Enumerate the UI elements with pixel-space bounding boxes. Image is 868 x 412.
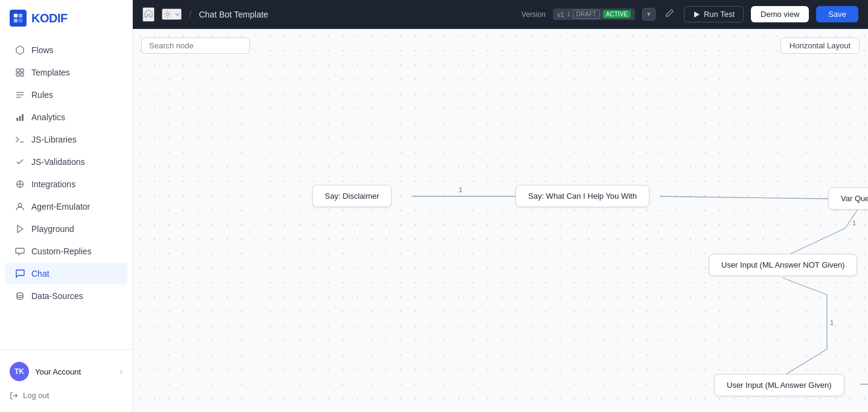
- svg-point-22: [166, 13, 169, 16]
- sidebar-item-flows-label: Flows: [31, 45, 54, 55]
- version-dropdown-button[interactable]: ▾: [642, 8, 656, 21]
- sidebar-item-chat[interactable]: Chat: [5, 263, 127, 285]
- search-node-input[interactable]: [141, 37, 250, 54]
- sidebar-item-templates-label: Templates: [31, 68, 70, 77]
- run-test-button[interactable]: Run Test: [684, 6, 744, 22]
- account-name: Your Account: [35, 367, 114, 376]
- logo[interactable]: KODIF: [0, 0, 132, 34]
- svg-rect-13: [22, 114, 24, 121]
- sidebar-item-custom-replies-label: Custom-Replies: [31, 246, 92, 256]
- svg-rect-1: [19, 14, 22, 18]
- topbar-title: Chat Bot Template: [199, 10, 268, 19]
- sidebar: KODIF Flows Templates: [0, 0, 133, 412]
- logo-text: KODIF: [31, 11, 68, 25]
- sidebar-item-analytics[interactable]: Analytics: [5, 106, 127, 128]
- svg-line-27: [845, 210, 857, 228]
- rules-icon: [14, 89, 25, 100]
- node-say-disclaimer[interactable]: Say: Disclaimer: [312, 185, 392, 207]
- svg-marker-23: [694, 11, 700, 18]
- js-validations-icon: [14, 156, 25, 167]
- logout-row[interactable]: Log out: [5, 386, 127, 405]
- avatar: TK: [10, 362, 29, 381]
- gear-icon: [163, 10, 172, 19]
- account-info: Your Account: [35, 367, 114, 376]
- sidebar-item-analytics-label: Analytics: [31, 112, 65, 122]
- svg-text:1: 1: [459, 186, 462, 193]
- save-button[interactable]: Save: [816, 6, 858, 22]
- home-button[interactable]: [142, 7, 155, 22]
- svg-rect-3: [19, 19, 22, 22]
- svg-rect-4: [16, 69, 19, 72]
- edit-button[interactable]: [663, 6, 677, 22]
- playground-icon: [14, 224, 25, 234]
- flows-icon: [14, 45, 25, 56]
- data-sources-icon: [14, 291, 25, 301]
- sidebar-item-agent-emulator-label: Agent-Emulator: [31, 202, 90, 211]
- sidebar-item-js-libraries[interactable]: JS-Libraries: [5, 129, 127, 150]
- svg-line-34: [787, 349, 827, 374]
- sidebar-item-custom-replies[interactable]: Custom-Replies: [5, 240, 127, 262]
- node-say-what-can[interactable]: Say: What Can I Help You With: [515, 185, 649, 207]
- logout-label: Log out: [23, 391, 49, 400]
- svg-rect-2: [14, 19, 18, 22]
- sidebar-item-data-sources[interactable]: Data-Sources: [5, 285, 127, 307]
- sidebar-item-flows[interactable]: Flows: [5, 39, 127, 61]
- sidebar-item-js-libraries-label: JS-Libraries: [31, 135, 77, 144]
- demo-view-button[interactable]: Demo view: [751, 6, 809, 22]
- svg-rect-11: [16, 118, 18, 121]
- sidebar-item-js-validations[interactable]: JS-Validations: [5, 151, 127, 173]
- analytics-icon: [14, 112, 25, 123]
- breadcrumb-sep: /: [189, 9, 191, 20]
- sidebar-item-data-sources-label: Data-Sources: [31, 291, 83, 301]
- nav-items: Flows Templates Rules: [0, 34, 132, 349]
- sidebar-item-rules[interactable]: Rules: [5, 84, 127, 106]
- node-user-input-not-given[interactable]: User Input (ML Answer NOT Given): [709, 254, 857, 276]
- sidebar-item-rules-label: Rules: [31, 90, 53, 100]
- svg-text:1: 1: [852, 219, 856, 227]
- logo-icon: [10, 10, 27, 27]
- sidebar-bottom: TK Your Account › Log out: [0, 349, 132, 412]
- chevron-down-icon: [174, 11, 180, 18]
- sidebar-item-integrations-label: Integrations: [31, 179, 75, 189]
- canvas-area: Horizontal Layout 1 1 1 1: [133, 29, 868, 412]
- svg-text:1: 1: [830, 319, 834, 326]
- svg-line-32: [783, 278, 827, 295]
- main-area: / Chat Bot Template Version v1 ℹ DRAFT A…: [133, 0, 868, 412]
- node-var-question[interactable]: Var Question: [828, 187, 868, 210]
- agent-emulator-icon: [14, 201, 25, 212]
- templates-icon: [14, 67, 25, 78]
- sidebar-item-chat-label: Chat: [31, 269, 49, 278]
- info-icon: ℹ: [567, 10, 570, 18]
- chevron-right-icon: ›: [120, 367, 123, 376]
- sidebar-item-playground[interactable]: Playground: [5, 218, 127, 240]
- chat-icon: [14, 268, 25, 279]
- sidebar-item-agent-emulator[interactable]: Agent-Emulator: [5, 196, 127, 217]
- sidebar-item-integrations[interactable]: Integrations: [5, 173, 127, 195]
- custom-replies-icon: [14, 246, 25, 257]
- flow-edges: 1 1 1 1: [133, 29, 868, 412]
- sidebar-item-playground-label: Playground: [31, 224, 74, 234]
- sidebar-item-templates[interactable]: Templates: [5, 62, 127, 83]
- svg-point-18: [18, 204, 22, 207]
- svg-rect-7: [21, 73, 24, 76]
- run-test-label: Run Test: [704, 10, 735, 19]
- canvas-toolbar: [141, 37, 250, 54]
- svg-line-26: [660, 196, 828, 199]
- layout-button[interactable]: Horizontal Layout: [780, 37, 860, 54]
- svg-marker-19: [18, 225, 23, 233]
- version-label: Version: [522, 10, 546, 19]
- svg-line-28: [791, 228, 845, 254]
- logout-icon: [10, 391, 18, 400]
- node-user-input-given[interactable]: User Input (ML Answer Given): [714, 374, 844, 396]
- svg-rect-0: [14, 14, 18, 18]
- settings-button[interactable]: [162, 8, 182, 20]
- js-libraries-icon: [14, 134, 25, 145]
- version-number: v1: [557, 11, 564, 18]
- svg-point-20: [17, 293, 23, 296]
- sidebar-item-js-validations-label: JS-Validations: [31, 157, 85, 167]
- play-icon: [693, 11, 700, 18]
- account-row[interactable]: TK Your Account ›: [5, 357, 127, 386]
- svg-rect-5: [21, 69, 24, 72]
- active-badge: ACTIVE: [603, 10, 631, 18]
- svg-rect-12: [19, 116, 21, 121]
